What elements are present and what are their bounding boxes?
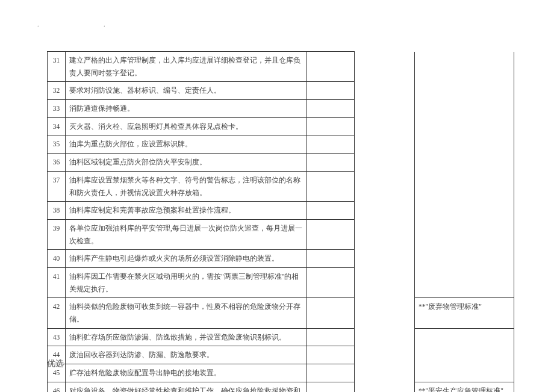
row-description: 油料区域制定重点防火部位防火平安制度。 [66, 154, 307, 172]
row-col-a [307, 154, 355, 172]
row-description: 油料库因工作需要在禁火区域动用明火的，需按"两票三制管理标准"的相关规定执行。 [66, 267, 307, 297]
row-col-a [307, 202, 355, 220]
row-number: 38 [48, 202, 66, 220]
row-note [415, 52, 514, 298]
table-row: 42油料类似的危险废物可收集到统一容器中，性质不相容的危险废物分开存储。**"废… [48, 298, 514, 328]
row-note: **"平安生产应急管理标准" [415, 382, 514, 392]
row-number: 33 [48, 100, 66, 118]
row-description: 灭火器、消火栓、应急照明灯具检查具体容见点检卡。 [66, 117, 307, 135]
row-description: 油料库产生静电引起爆炸或火灾的场所必须设置消除静电的装置。 [66, 250, 307, 268]
row-col-a [307, 250, 355, 268]
regulation-table: 31建立严格的出入库管理制度，出入库均应进展详细检查登记，并且仓库负责人要同时签… [47, 51, 514, 392]
row-description: 油料库应制定和完善事故应急预案和处置操作流程。 [66, 202, 307, 220]
row-description: 油库为重点防火部位，应设置标识牌。 [66, 135, 307, 154]
row-description: 对应急设备、物资做好经常性检查和维护工作，确保应急抢险救援物资和设备齐全、完好，… [66, 382, 307, 392]
row-description: 要求对消防设施、器材标识、编号、定责任人。 [66, 82, 307, 100]
row-col-a [307, 52, 355, 82]
row-col-a [307, 328, 355, 346]
row-description: 建立严格的出入库管理制度，出入库均应进展详细检查登记，并且仓库负责人要同时签字登… [66, 52, 307, 82]
row-number: 34 [48, 117, 66, 135]
row-col-a [307, 135, 355, 154]
row-description: 废油回收容器到达防渗、防漏、防逸散要求。 [66, 346, 307, 364]
row-number: 46 [48, 382, 66, 392]
row-number: 42 [48, 298, 66, 328]
row-description: 油料贮存场所应做防渗漏、防逸散措施，并设置危险废物识别标识。 [66, 328, 307, 346]
row-description: 贮存油料危险废物应配置导出静电的接地装置。 [66, 364, 307, 382]
row-number: 36 [48, 154, 66, 172]
row-number: 31 [48, 52, 66, 82]
header-dot-1: . [37, 21, 39, 28]
row-description: 油料库应设置禁烟禁火等各种文字、符号的警告标志，注明该部位的名称和防火责任人，并… [66, 171, 307, 201]
row-description: 各单位应加强油料库的平安管理,每日进展一次岗位防火巡查，每月进展一次检查。 [66, 219, 307, 249]
row-col-a [307, 171, 355, 201]
row-col-a [307, 117, 355, 135]
row-col-a [307, 346, 355, 364]
row-col-a [307, 382, 355, 392]
row-description: 油料类似的危险废物可收集到统一容器中，性质不相容的危险废物分开存储。 [66, 298, 307, 328]
row-number: 40 [48, 250, 66, 268]
table-row: 46对应急设备、物资做好经常性检查和维护工作，确保应急抢险救援物资和设备齐全、完… [48, 382, 514, 392]
table-container: 31建立严格的出入库管理制度，出入库均应进展详细检查登记，并且仓库负责人要同时签… [47, 51, 514, 392]
row-note: **"废弃物管理标准" [415, 298, 514, 328]
table-row: 43油料贮存场所应做防渗漏、防逸散措施，并设置危险废物识别标识。 [48, 328, 514, 346]
row-col-a [307, 267, 355, 297]
row-note [415, 328, 514, 382]
row-number: 35 [48, 135, 66, 154]
row-col-b-merged [355, 52, 415, 393]
row-col-a [307, 100, 355, 118]
row-number: 43 [48, 328, 66, 346]
row-number: 41 [48, 267, 66, 297]
footer-text: 优选 [47, 358, 64, 369]
table-row: 31建立严格的出入库管理制度，出入库均应进展详细检查登记，并且仓库负责人要同时签… [48, 52, 514, 82]
row-col-a [307, 298, 355, 328]
row-number: 32 [48, 82, 66, 100]
row-number: 39 [48, 219, 66, 249]
row-col-a [307, 219, 355, 249]
row-description: 消防通道保持畅通。 [66, 100, 307, 118]
row-number: 37 [48, 171, 66, 201]
row-col-a [307, 82, 355, 100]
header-dot-2: . [104, 21, 105, 28]
row-col-a [307, 364, 355, 382]
